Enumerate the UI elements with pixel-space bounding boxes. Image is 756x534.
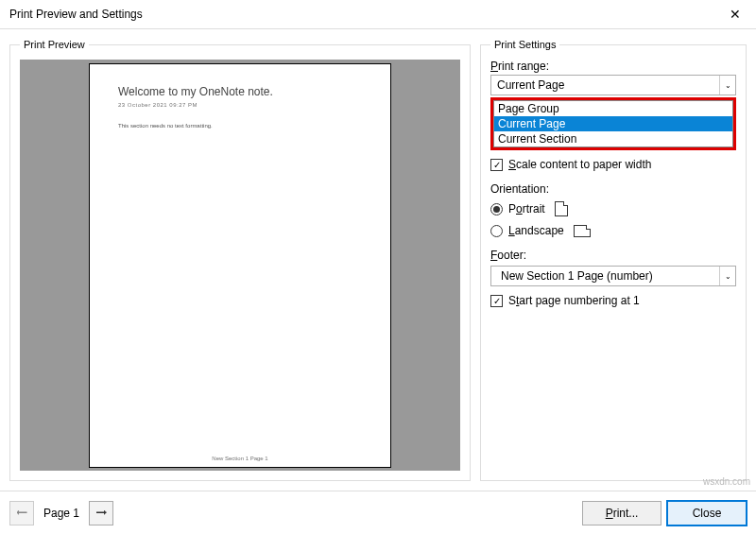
scale-content-row[interactable]: ✓ Scale content to paper width xyxy=(490,158,736,171)
print-preview-panel: Print Preview Welcome to my OneNote note… xyxy=(9,39,471,481)
print-settings-panel: Print Settings Print range: Current Page… xyxy=(480,39,747,481)
print-range-label: Print range: xyxy=(490,60,736,73)
print-range-dropdown[interactable]: Page Group Current Page Current Section xyxy=(493,100,733,147)
watermark: wsxdn.com xyxy=(703,476,750,487)
footer-label: Footer: xyxy=(490,249,736,262)
portrait-row[interactable]: Portrait xyxy=(490,201,736,216)
chevron-down-icon: ⌄ xyxy=(719,267,735,285)
dropdown-item-current-page[interactable]: Current Page xyxy=(494,116,732,131)
next-page-button[interactable]: 🠖 xyxy=(89,501,113,525)
landscape-row[interactable]: Landscape xyxy=(490,224,736,237)
portrait-icon xyxy=(555,201,568,216)
bottom-bar: 🠔 Page 1 🠖 Print... Close xyxy=(0,491,756,534)
close-icon[interactable]: ✕ xyxy=(714,0,756,28)
scale-content-label: Scale content to paper width xyxy=(508,158,651,171)
close-button[interactable]: Close xyxy=(667,501,747,525)
orientation-label: Orientation: xyxy=(490,182,736,196)
window-title: Print Preview and Settings xyxy=(9,8,143,21)
settings-legend: Print Settings xyxy=(490,39,559,50)
dropdown-item-current-section[interactable]: Current Section xyxy=(494,131,732,146)
preview-page-title: Welcome to my OneNote note. xyxy=(118,85,273,98)
prev-page-button[interactable]: 🠔 xyxy=(9,501,34,525)
print-button[interactable]: Print... xyxy=(582,501,662,525)
footer-value: New Section 1 Page (number) xyxy=(501,269,653,283)
print-range-dropdown-highlight: Page Group Current Page Current Section xyxy=(490,97,736,150)
page-nav: 🠔 Page 1 🠖 xyxy=(9,501,113,525)
portrait-radio[interactable] xyxy=(490,203,503,215)
dropdown-item-page-group[interactable]: Page Group xyxy=(494,101,732,116)
preview-page-body: This section needs no text formatting. xyxy=(118,123,213,129)
preview-legend: Print Preview xyxy=(20,39,89,50)
start-numbering-checkbox[interactable]: ✓ xyxy=(490,295,503,307)
landscape-label: Landscape xyxy=(508,224,564,237)
scale-content-checkbox[interactable]: ✓ xyxy=(490,159,503,171)
preview-page-footer: New Section 1 Page 1 xyxy=(90,456,390,461)
chevron-down-icon: ⌄ xyxy=(719,76,735,95)
portrait-label: Portrait xyxy=(508,202,545,215)
preview-page: Welcome to my OneNote note. 23 October 2… xyxy=(89,63,391,468)
page-indicator: Page 1 xyxy=(38,507,85,520)
landscape-radio[interactable] xyxy=(490,225,503,237)
footer-select[interactable]: New Section 1 Page (number) ⌄ xyxy=(490,266,736,286)
print-range-value: Current Page xyxy=(497,78,564,92)
start-numbering-row[interactable]: ✓ Start page numbering at 1 xyxy=(490,294,736,307)
action-buttons: Print... Close xyxy=(582,501,747,525)
landscape-icon xyxy=(574,225,591,237)
preview-background: Welcome to my OneNote note. 23 October 2… xyxy=(20,60,460,471)
print-range-select[interactable]: Current Page ⌄ xyxy=(490,75,736,95)
start-numbering-label: Start page numbering at 1 xyxy=(508,294,640,307)
preview-page-date: 23 October 2021 09:27 PM xyxy=(118,102,198,108)
content-area: Print Preview Welcome to my OneNote note… xyxy=(0,29,756,481)
titlebar: Print Preview and Settings ✕ xyxy=(0,0,756,29)
